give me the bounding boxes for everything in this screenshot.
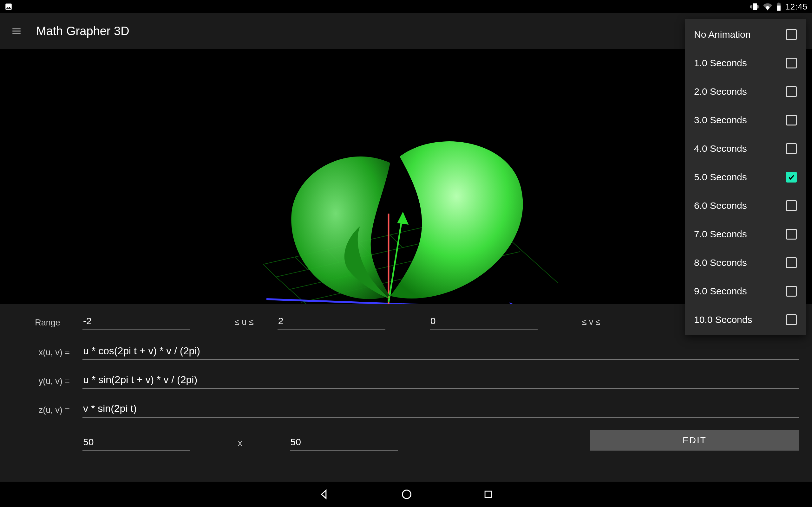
z-equation-row: z(u, v) = [13,401,799,418]
x-equation-row: x(u, v) = [13,344,799,360]
nav-home-button[interactable] [400,488,413,501]
animation-option[interactable]: 4.0 Seconds [685,134,806,163]
screen: 12:45 Math Grapher 3D [0,0,812,507]
range-label: Range [13,318,83,330]
app-title: Math Grapher 3D [36,24,130,38]
checkbox[interactable] [786,115,797,125]
animation-option-label: No Animation [694,29,751,40]
animation-option-label: 10.0 Seconds [694,314,752,325]
checkbox[interactable] [786,200,797,211]
y-equation-label: y(u, v) = [13,377,83,389]
resolution-row: x EDIT [13,430,799,451]
svg-line-8 [390,235,403,248]
nav-back-button[interactable] [318,488,331,500]
animation-option-label: 3.0 Seconds [694,115,747,125]
v-min-input[interactable] [430,314,538,330]
status-clock: 12:45 [785,2,808,12]
x-equation-label: x(u, v) = [13,348,83,360]
vibrate-icon [751,2,759,11]
animation-option-label: 7.0 Seconds [694,229,747,239]
animation-option[interactable]: 6.0 Seconds [685,191,806,220]
x-equation-input[interactable] [83,344,799,360]
checkbox[interactable] [786,229,797,239]
animation-option[interactable]: No Animation [685,20,806,49]
u-max-input[interactable] [277,314,386,330]
animation-option-label: 5.0 Seconds [694,172,747,182]
checkbox[interactable] [786,143,797,154]
svg-marker-18 [398,214,407,224]
status-bar: 12:45 [0,0,812,13]
nav-recent-button[interactable] [483,489,494,500]
resolution-v-input[interactable] [290,435,398,451]
animation-option[interactable]: 10.0 Seconds [685,305,806,334]
animation-option-label: 1.0 Seconds [694,58,747,68]
animation-option[interactable]: 8.0 Seconds [685,248,806,277]
checkbox[interactable] [786,257,797,268]
animation-option-label: 8.0 Seconds [694,257,747,268]
checkbox[interactable] [786,58,797,68]
z-equation-label: z(u, v) = [13,405,83,418]
z-equation-input[interactable] [83,401,799,418]
animation-duration-menu: No Animation1.0 Seconds2.0 Seconds3.0 Se… [685,19,806,335]
resolution-sep: x [190,438,290,451]
animation-option[interactable]: 9.0 Seconds [685,277,806,305]
checkbox[interactable] [786,286,797,297]
edit-button[interactable]: EDIT [590,430,799,451]
animation-option-label: 6.0 Seconds [694,200,747,211]
resolution-u-input[interactable] [83,435,190,451]
animation-option-label: 4.0 Seconds [694,143,747,154]
u-range-sep: ≤ u ≤ [190,317,277,330]
animation-option-label: 9.0 Seconds [694,286,747,297]
animation-option[interactable]: 5.0 Seconds [685,163,806,191]
svg-rect-20 [485,491,491,498]
checkbox[interactable] [786,86,797,97]
v-range-sep: ≤ v ≤ [538,317,600,330]
u-min-input[interactable] [83,314,190,330]
wifi-icon [763,2,772,11]
menu-button[interactable] [9,24,23,38]
svg-point-19 [403,490,411,499]
y-equation-row: y(u, v) = [13,373,799,389]
nav-bar [0,482,812,507]
range-row: Range ≤ u ≤ ≤ v ≤ [13,314,799,330]
animation-option[interactable]: 2.0 Seconds [685,77,806,106]
status-left [4,3,13,11]
y-equation-input[interactable] [83,373,799,389]
checkbox[interactable] [786,172,797,182]
checkbox[interactable] [786,29,797,40]
battery-icon [776,2,781,11]
animation-option[interactable]: 7.0 Seconds [685,220,806,248]
animation-option[interactable]: 1.0 Seconds [685,49,806,77]
animation-option[interactable]: 3.0 Seconds [685,106,806,134]
image-icon [4,3,13,11]
animation-option-label: 2.0 Seconds [694,86,747,97]
status-right: 12:45 [751,2,808,12]
svg-line-4 [263,264,276,277]
checkbox[interactable] [786,314,797,325]
